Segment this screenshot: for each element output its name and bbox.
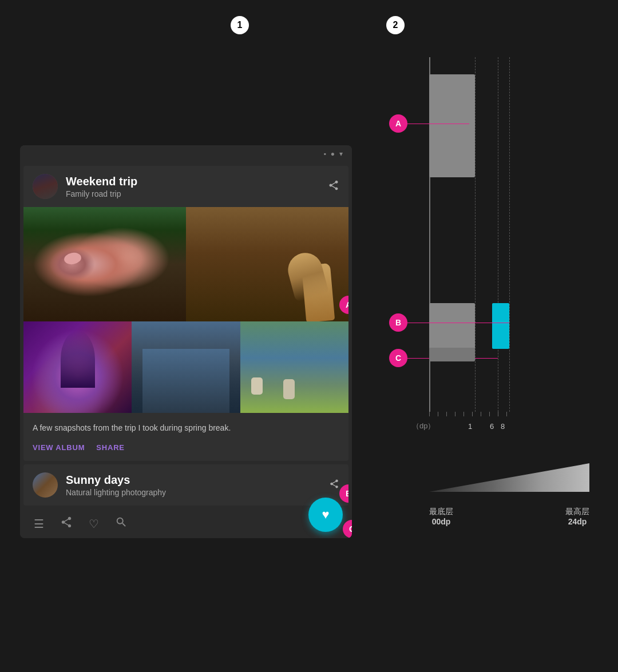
photo-grid-bottom bbox=[23, 321, 348, 413]
layer-bar-fab-teal bbox=[492, 303, 509, 349]
card-2-header: Sunny days Natural lighting photography bbox=[23, 464, 348, 506]
scale-6-label: 6 bbox=[490, 421, 494, 431]
photo-chalk bbox=[186, 207, 348, 321]
heart-nav-icon[interactable]: ♡ bbox=[89, 517, 99, 531]
elevation-left: 最底层 00dp bbox=[429, 507, 453, 526]
elevation-triangle bbox=[429, 463, 589, 492]
photo-pig bbox=[23, 207, 186, 321]
badge-1: 1 bbox=[231, 16, 249, 34]
h-line-A bbox=[401, 124, 469, 124]
status-square-icon: ▪ bbox=[323, 150, 326, 158]
scale-1-label: 1 bbox=[468, 421, 472, 431]
badge-2: 2 bbox=[386, 16, 405, 34]
card-1-description: A few snapshots from the trip I took dur… bbox=[33, 422, 339, 434]
view-album-button[interactable]: VIEW ALBUM bbox=[33, 443, 85, 452]
status-bar: ▪ ● ▾ bbox=[20, 145, 352, 162]
card-1: Weekend trip Family road trip bbox=[23, 166, 348, 461]
fab-heart-icon: ♥ bbox=[322, 507, 329, 522]
status-circle-icon: ● bbox=[331, 150, 335, 158]
layer-bar-card2-gray bbox=[429, 303, 475, 349]
card-2-subtitle: Natural lighting photography bbox=[66, 488, 339, 497]
card-1-body: A few snapshots from the trip I took dur… bbox=[23, 413, 348, 461]
share-icon-1[interactable] bbox=[328, 180, 339, 194]
card-1-actions: VIEW ALBUM SHARE bbox=[33, 443, 339, 452]
share-icon-2[interactable] bbox=[329, 479, 339, 491]
card-2-title: Sunny days bbox=[66, 473, 339, 487]
layer-bar-bottom-nav bbox=[429, 348, 475, 361]
layer-bar-card1-gray bbox=[429, 74, 475, 177]
status-triangle-icon: ▾ bbox=[339, 150, 343, 158]
card-1-subtitle: Family road trip bbox=[66, 189, 320, 198]
phone-mockup: ▪ ● ▾ Weekend trip Family road trip bbox=[20, 145, 352, 538]
elevation-labels: 最底层 00dp 最高层 24dp bbox=[429, 507, 589, 526]
ruler-dashed-2 bbox=[498, 57, 498, 412]
photo-purple bbox=[23, 321, 132, 413]
tick-marks bbox=[429, 399, 589, 416]
ruler-dashed-1 bbox=[475, 57, 476, 412]
ruler-dashed-3 bbox=[509, 57, 510, 412]
photo-goats bbox=[240, 321, 348, 413]
h-line-B bbox=[401, 323, 509, 323]
menu-icon[interactable]: ☰ bbox=[34, 517, 44, 531]
avatar-2 bbox=[33, 472, 58, 498]
photo-grid-top bbox=[23, 207, 348, 321]
search-nav-icon[interactable] bbox=[115, 516, 128, 531]
left-panel: 1 ▪ ● ▾ Weekend trip Family road trip bbox=[0, 0, 372, 672]
scale-8-label: 8 bbox=[501, 421, 505, 431]
share-button[interactable]: SHARE bbox=[96, 443, 125, 452]
card-2: Sunny days Natural lighting photography … bbox=[23, 464, 348, 506]
nav-icons: ☰ ♡ bbox=[34, 516, 338, 531]
elevation-right: 最高层 24dp bbox=[565, 507, 589, 526]
dp-label: （dp） bbox=[412, 420, 435, 431]
photo-building bbox=[132, 321, 240, 413]
card-2-title-group: Sunny days Natural lighting photography bbox=[66, 473, 339, 497]
card-1-header: Weekend trip Family road trip bbox=[23, 166, 348, 207]
card-1-title-group: Weekend trip Family road trip bbox=[66, 174, 320, 198]
card-1-title: Weekend trip bbox=[66, 174, 320, 188]
bottom-nav: ☰ ♡ ♥ C bbox=[20, 509, 352, 538]
elevation-diagram: A B C bbox=[395, 57, 589, 458]
right-panel: 2 A B C bbox=[372, 0, 618, 672]
avatar-1 bbox=[33, 174, 58, 199]
fab-button[interactable]: ♥ bbox=[308, 498, 343, 532]
share-nav-icon[interactable] bbox=[60, 516, 73, 531]
badge-C-left: C bbox=[343, 520, 352, 538]
